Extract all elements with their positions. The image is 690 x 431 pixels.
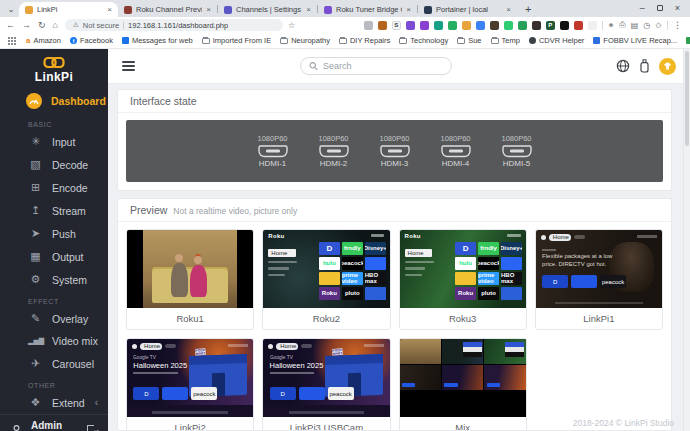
search-box[interactable]: [300, 57, 452, 75]
avatar[interactable]: [659, 58, 676, 75]
hdmi-port: 1080P60 HDMI-5: [494, 134, 540, 168]
home-icon[interactable]: ⌂: [53, 21, 58, 30]
extension-icon[interactable]: [588, 21, 597, 30]
extension-icon[interactable]: [490, 21, 499, 30]
extension-icon[interactable]: [378, 21, 387, 30]
browser-tab-roku-bridge[interactable]: Roku Tuner Bridge Official Rel.. ×: [318, 2, 417, 17]
tab-close-icon[interactable]: ×: [107, 5, 112, 14]
logout-icon[interactable]: →: [87, 425, 100, 431]
sidebar-item-system[interactable]: ⚙System: [0, 268, 108, 291]
browser-tab-portainer[interactable]: Portainer | local ×: [418, 2, 517, 17]
browser-tab-linkpi[interactable]: LinkPi ×: [19, 2, 118, 17]
mix-cell: [442, 339, 483, 364]
extension-icon[interactable]: [560, 21, 569, 30]
new-tab-button[interactable]: +: [525, 3, 531, 15]
browser-menu-icon[interactable]: ⋮: [673, 20, 682, 30]
preview-item-linkpi2[interactable]: SPOOKY MART Home Google TV Halloween 202…: [126, 338, 254, 431]
extension-icon[interactable]: [406, 21, 415, 30]
sidebar-item-encode[interactable]: ⊞Encode: [0, 176, 108, 199]
tab-close-icon[interactable]: ×: [206, 5, 211, 14]
sidebar-item-extend[interactable]: ❖Extend‹: [0, 391, 108, 414]
globe-icon: [529, 37, 536, 44]
back-icon[interactable]: ←: [6, 21, 15, 30]
browser-tab-channels[interactable]: Channels | Settings ×: [218, 2, 317, 17]
app-tile: peacock: [328, 387, 354, 400]
forward-icon[interactable]: →: [22, 21, 31, 30]
language-globe-icon[interactable]: [616, 59, 630, 73]
preview-item-linkpi1[interactable]: Home Flexible packages at a low price. D…: [535, 229, 663, 330]
sidebar-item-video-mix[interactable]: ▂▅▇Video mix: [0, 330, 108, 352]
bookmark-amazon[interactable]: aAmazon: [26, 36, 61, 45]
bookmark-label: CDVR Helper: [539, 36, 584, 45]
linkpi-logo: LinkPi: [0, 49, 108, 88]
minimize-button[interactable]: –: [640, 3, 645, 13]
tab-close-icon[interactable]: ×: [406, 5, 411, 14]
tab-close-icon[interactable]: ×: [506, 5, 511, 14]
bookmark-star-icon[interactable]: ☆: [288, 21, 295, 30]
hamburger-menu-icon[interactable]: [122, 59, 136, 73]
preview-item-roku1[interactable]: Roku1: [126, 229, 254, 330]
sidebar-item-overlay[interactable]: ✎Overlay: [0, 307, 108, 330]
bookmark-folder-temp[interactable]: Temp: [491, 36, 520, 45]
extension-icon[interactable]: [504, 21, 513, 30]
sidebar-item-carousel[interactable]: ✈Carousel: [0, 352, 108, 375]
logo-text: LinkPi: [0, 70, 108, 84]
bookmark-folder-neuropathy[interactable]: Neuropathy: [280, 36, 330, 45]
sidebar-item-dashboard[interactable]: Dashboard: [0, 88, 108, 114]
browser-tab-roku-channel[interactable]: Roku Channel Preview ×: [118, 2, 217, 17]
history-tool-icon[interactable]: ◷: [643, 21, 650, 30]
bookmark-howto[interactable]: How To Make Your...: [686, 36, 690, 45]
extension-icon[interactable]: [532, 21, 541, 30]
sidebar-item-stream[interactable]: ↥Stream: [0, 199, 108, 222]
tab-search-button[interactable]: ⌄: [3, 3, 19, 16]
sidebar-item-decode[interactable]: ▧Decode: [0, 153, 108, 176]
app-tile: peacock: [342, 257, 363, 270]
extension-icon[interactable]: S: [392, 21, 401, 30]
tab-close-icon[interactable]: ×: [306, 5, 311, 14]
preview-item-roku2[interactable]: Roku Home D frndly Disney: [262, 229, 390, 330]
extension-icon[interactable]: [574, 21, 583, 30]
chevron-left-icon[interactable]: ‹: [95, 397, 98, 408]
sidebar-user-block[interactable]: Admin administrator →: [0, 414, 108, 431]
bookmark-folder-imported[interactable]: Imported From IE: [202, 36, 271, 45]
wallet-tool-icon[interactable]: ▤: [631, 21, 639, 30]
extension-icon[interactable]: [364, 21, 373, 30]
bookmark-label: Temp: [502, 36, 520, 45]
sidebar-item-push[interactable]: ➤Push: [0, 222, 108, 245]
extension-icon[interactable]: [476, 21, 485, 30]
search-input[interactable]: [323, 61, 443, 71]
extension-icon[interactable]: [462, 21, 471, 30]
restore-button[interactable]: [657, 5, 663, 11]
bookmark-folder-sue[interactable]: Sue: [457, 36, 481, 45]
extensions-tool-icon[interactable]: ✩: [655, 21, 662, 30]
app-tile: [365, 257, 386, 270]
reload-icon[interactable]: ↻: [38, 21, 46, 30]
extension-icon[interactable]: [420, 21, 429, 30]
bookmark-facebook[interactable]: fFacebook: [70, 36, 113, 45]
scrollbar-thumb[interactable]: [685, 51, 689, 146]
close-button[interactable]: ×: [675, 3, 680, 13]
bookmark-folder-diy[interactable]: DIY Repairs: [339, 36, 390, 45]
print-tool-icon[interactable]: ⎙: [619, 20, 625, 30]
bookmark-folder-technology[interactable]: Technology: [399, 36, 448, 45]
hdmi-port: 1080P60 HDMI-4: [433, 134, 479, 168]
sidebar-item-label: Dashboard: [51, 95, 106, 107]
extension-icon[interactable]: P: [546, 21, 555, 30]
page-scrollbar[interactable]: [683, 49, 690, 431]
bookmark-messages[interactable]: Messages for web: [122, 36, 193, 45]
extension-icon[interactable]: [518, 21, 527, 30]
extension-icon[interactable]: [448, 21, 457, 30]
port-name: HDMI-3: [372, 159, 418, 168]
link-tool-icon[interactable]: ⚭: [608, 21, 615, 30]
address-bar[interactable]: ⚠ Not secure 192.168.1.161/dashboard.php: [65, 19, 283, 31]
preview-item-linkpi3-usbcam[interactable]: SPOOKY MART Home Google TV Halloween 202…: [262, 338, 390, 431]
firmware-flask-icon[interactable]: [640, 59, 649, 73]
overlay-icon: ✎: [28, 312, 43, 325]
preview-item-roku3[interactable]: Roku Home D frndly Disney: [399, 229, 527, 330]
bookmark-cdvr[interactable]: CDVR Helper: [529, 36, 584, 45]
preview-item-mix[interactable]: Mix: [399, 338, 527, 431]
sidebar-item-output[interactable]: ▦Output: [0, 245, 108, 268]
bookmark-fobbv[interactable]: FOBBV LIVE Recap...: [593, 36, 677, 45]
sidebar-item-input[interactable]: ✳Input: [0, 130, 108, 153]
extension-icon[interactable]: [434, 21, 443, 30]
